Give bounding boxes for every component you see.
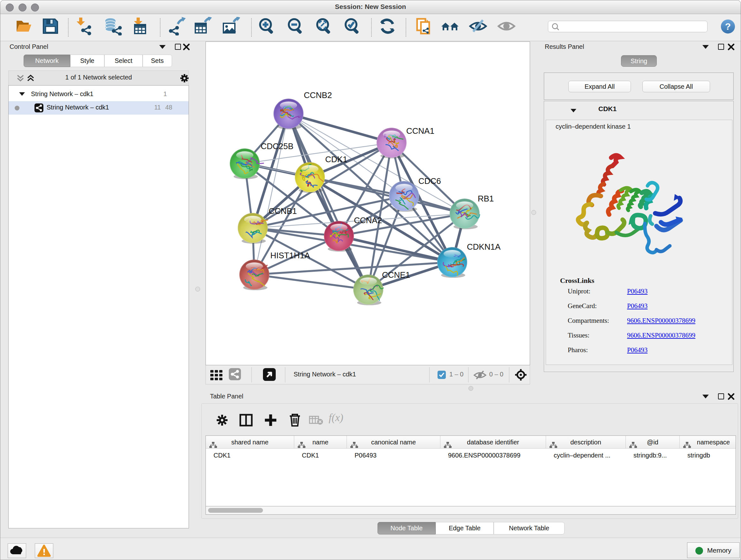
svg-text:CCNA1: CCNA1 xyxy=(406,126,434,136)
svg-text:CDKN1A: CDKN1A xyxy=(467,242,501,252)
svg-text:CDC25B: CDC25B xyxy=(261,141,293,151)
svg-text:RB1: RB1 xyxy=(478,194,494,203)
svg-text:CCNA2: CCNA2 xyxy=(354,215,382,225)
svg-text:CCNE1: CCNE1 xyxy=(382,270,410,280)
svg-text:CCNB2: CCNB2 xyxy=(304,90,332,100)
svg-text:CDC6: CDC6 xyxy=(418,176,441,186)
svg-text:CDK1: CDK1 xyxy=(325,154,347,164)
svg-text:HIST1H1A: HIST1H1A xyxy=(270,251,310,260)
svg-text:CCNB1: CCNB1 xyxy=(269,206,297,216)
